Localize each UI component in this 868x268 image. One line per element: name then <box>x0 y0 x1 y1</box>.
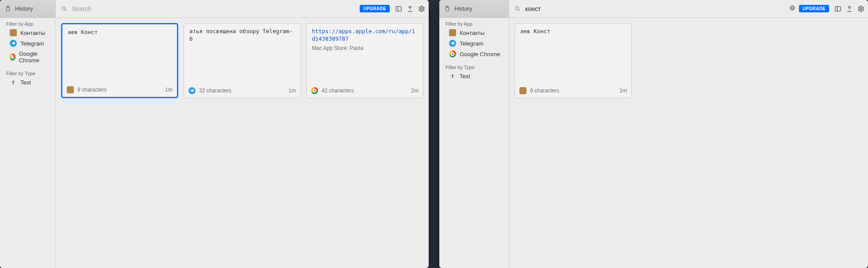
clip-card[interactable]: аев Конст 9 characters 1m <box>61 23 178 98</box>
svg-point-6 <box>421 8 422 10</box>
text-icon: T <box>10 79 17 86</box>
clip-age: 2m <box>411 88 419 94</box>
sidebar: History Filter by App Контакты Telegram … <box>0 0 56 268</box>
chrome-icon <box>10 54 15 61</box>
app-filter-chrome[interactable]: Google Chrome <box>0 49 55 65</box>
sidebar-toggle-icon[interactable] <box>395 5 402 12</box>
type-filter-list: TText <box>0 77 55 89</box>
clip-chars: 9 characters <box>77 87 107 93</box>
main-area: UPGRADE аев Конст 9 characters 1m <box>56 0 429 268</box>
app-filter-label: Контакты <box>460 30 484 36</box>
clip-card[interactable]: аев Конст 9 characters 1m <box>515 23 632 98</box>
toolbar-actions <box>833 5 864 12</box>
type-filter-label: Text <box>20 79 31 86</box>
main-area: UPGRADE аев Конст 9 characters 1m <box>509 0 868 268</box>
clip-footer: 9 characters 1m <box>515 84 631 98</box>
sidebar-header: History <box>0 0 55 18</box>
app-filter-list: Контакты Telegram Google Chrome <box>439 27 509 61</box>
app-filter-label: Google Chrome <box>460 51 500 57</box>
clipboard-icon <box>444 5 451 12</box>
sidebar-title: History <box>454 5 472 12</box>
app-filter-telegram[interactable]: Telegram <box>0 38 55 49</box>
toolbar: UPGRADE <box>509 0 868 18</box>
upgrade-button[interactable]: UPGRADE <box>360 5 390 12</box>
clip-subtitle: Mac App Store: Pasta <box>312 45 418 52</box>
search-input[interactable] <box>524 5 786 13</box>
svg-rect-12 <box>835 6 841 11</box>
contacts-icon <box>67 86 74 93</box>
export-icon[interactable] <box>407 5 414 12</box>
export-icon[interactable] <box>846 5 853 12</box>
app-filter-label: Telegram <box>460 40 483 47</box>
type-filter-list: TText <box>439 71 509 83</box>
telegram-icon <box>449 40 456 47</box>
search-icon <box>61 6 67 12</box>
results-grid: аев Конст 9 characters 1m <box>509 18 868 268</box>
app-filter-contacts[interactable]: Контакты <box>439 27 509 38</box>
settings-icon[interactable] <box>857 5 864 12</box>
clipboard-history-window-right: History Filter by App Контакты Telegram … <box>439 0 868 268</box>
results-grid: аев Конст 9 characters 1m атья посвящена… <box>56 18 429 268</box>
sidebar-toggle-icon[interactable] <box>834 5 841 12</box>
clip-text: аев Конст <box>62 24 177 84</box>
toolbar-actions <box>393 5 425 12</box>
clip-footer: 32 characters 1m <box>184 84 300 98</box>
clip-text: https://apps.apple.com/ru/app/id14383897… <box>312 28 418 43</box>
chrome-icon <box>449 50 456 57</box>
chrome-icon <box>311 87 318 94</box>
contacts-icon <box>519 87 526 94</box>
telegram-icon <box>10 40 17 47</box>
toolbar: UPGRADE <box>56 0 429 18</box>
clipboard-history-window-left: History Filter by App Контакты Telegram … <box>0 0 429 268</box>
clip-chars: 32 characters <box>199 88 231 94</box>
text-icon: T <box>449 73 456 80</box>
clip-footer: 9 characters 1m <box>62 84 177 97</box>
clip-body: https://apps.apple.com/ru/app/id14383897… <box>307 23 423 84</box>
svg-rect-4 <box>396 6 401 11</box>
clip-age: 1m <box>165 87 173 93</box>
app-filter-label: Telegram <box>20 40 44 47</box>
search[interactable] <box>61 5 356 13</box>
app-filter-label: Контакты <box>20 30 45 36</box>
type-filter-text[interactable]: TText <box>439 71 509 81</box>
telegram-icon <box>188 87 196 94</box>
clip-age: 1m <box>288 88 296 94</box>
app-filter-label: Google Chrome <box>19 50 51 64</box>
clip-card[interactable]: атья посвящена обзору Telegram-б 32 char… <box>184 23 301 98</box>
clip-footer: 42 characters 2m <box>307 84 423 98</box>
clip-chars: 42 characters <box>322 88 354 94</box>
clear-search-icon[interactable] <box>789 5 795 12</box>
search[interactable] <box>515 5 786 13</box>
filter-by-app-label: Filter by App <box>439 18 509 27</box>
clip-text: атья посвящена обзору Telegram-б <box>184 23 300 84</box>
app-filter-telegram[interactable]: Telegram <box>439 38 509 49</box>
svg-line-10 <box>518 9 520 11</box>
upgrade-button[interactable]: UPGRADE <box>799 5 829 12</box>
contacts-icon <box>449 29 456 36</box>
filter-by-type-label: Filter by Type <box>439 61 509 71</box>
sidebar-title: History <box>15 5 33 12</box>
clip-age: 1m <box>619 88 627 94</box>
svg-point-9 <box>515 7 518 10</box>
app-filter-chrome[interactable]: Google Chrome <box>439 49 509 59</box>
app-filter-contacts[interactable]: Контакты <box>0 27 55 38</box>
search-icon <box>515 6 521 12</box>
filter-by-app-label: Filter by App <box>0 18 55 27</box>
svg-point-2 <box>62 7 65 10</box>
svg-line-3 <box>65 9 66 11</box>
sidebar: History Filter by App Контакты Telegram … <box>439 0 509 268</box>
clipboard-icon <box>4 5 12 12</box>
clip-chars: 9 characters <box>530 88 559 94</box>
sidebar-header: History <box>439 0 509 18</box>
search-input[interactable] <box>71 5 356 13</box>
clip-card[interactable]: https://apps.apple.com/ru/app/id14383897… <box>306 23 423 98</box>
filter-by-type-label: Filter by Type <box>0 67 55 77</box>
contacts-icon <box>10 29 17 36</box>
type-filter-label: Text <box>460 73 470 80</box>
app-filter-list: Контакты Telegram Google Chrome <box>0 27 55 67</box>
settings-icon[interactable] <box>418 5 425 12</box>
clip-text: аев Конст <box>515 23 631 84</box>
type-filter-text[interactable]: TText <box>0 77 55 88</box>
svg-point-14 <box>860 8 862 10</box>
